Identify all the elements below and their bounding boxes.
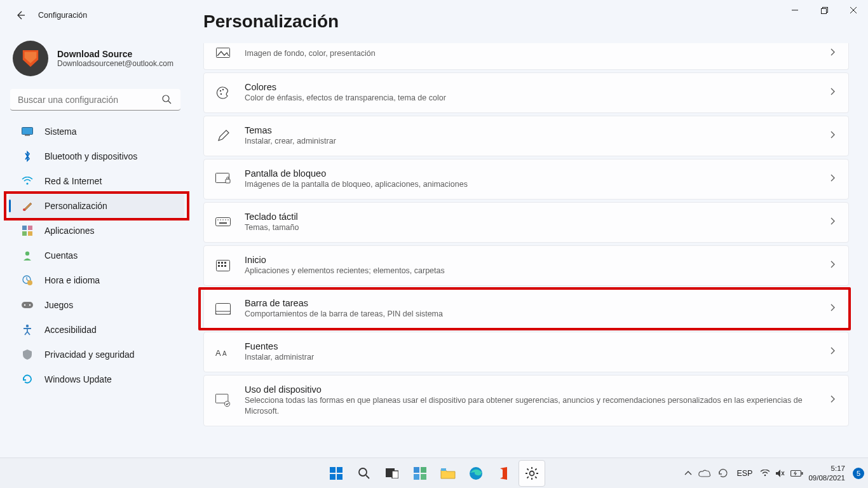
- search-icon: [161, 94, 172, 107]
- svg-rect-54: [421, 467, 426, 473]
- sidebar-item-accesibilidad[interactable]: Accesibilidad: [9, 318, 184, 342]
- svg-point-50: [359, 468, 367, 476]
- search-input[interactable]: [10, 89, 180, 111]
- explorer-button[interactable]: [435, 460, 461, 487]
- svg-rect-32: [219, 222, 227, 224]
- svg-point-15: [27, 280, 32, 285]
- start-button[interactable]: [323, 460, 349, 487]
- svg-rect-12: [28, 231, 32, 236]
- task-view-button[interactable]: [379, 460, 405, 487]
- close-icon: [850, 7, 857, 13]
- taskbar: ESP 5:17 09/08/2021 5: [0, 458, 868, 488]
- sidebar-item-update[interactable]: Windows Update: [9, 367, 184, 391]
- widgets-icon: [413, 466, 427, 480]
- sidebar-item-bluetooth[interactable]: Bluetooth y dispositivos: [9, 144, 184, 168]
- svg-point-8: [23, 208, 25, 211]
- sidebar-item-hora[interactable]: Hora e idioma: [9, 268, 184, 292]
- apps-icon: [20, 224, 34, 238]
- user-block[interactable]: Download Source Downloadsourcenet@outloo…: [8, 36, 188, 86]
- svg-point-18: [29, 304, 31, 306]
- settings-list: Imagen de fondo, color, presentación Col…: [203, 43, 849, 426]
- settings-button[interactable]: [519, 460, 545, 487]
- clock[interactable]: 5:17 09/08/2021: [808, 464, 848, 482]
- annotation-box-nav: Personalización: [8, 194, 188, 218]
- background-icon: [215, 46, 231, 61]
- svg-rect-47: [337, 467, 342, 473]
- card-colores[interactable]: Colores Color de énfasis, efectos de tra…: [203, 72, 849, 113]
- card-fuentes[interactable]: AA Fuentes Instalar, administrar: [203, 332, 849, 372]
- svg-rect-46: [330, 467, 336, 473]
- sidebar-item-label: Accesibilidad: [44, 325, 97, 335]
- person-icon: [20, 248, 34, 262]
- svg-rect-53: [414, 467, 419, 473]
- shield-icon: [20, 348, 34, 362]
- sidebar-item-juegos[interactable]: Juegos: [9, 293, 184, 317]
- svg-point-13: [25, 252, 29, 255]
- card-inicio[interactable]: Inicio Aplicaciones y elementos reciente…: [203, 245, 849, 286]
- sidebar-item-cuentas[interactable]: Cuentas: [9, 243, 184, 268]
- sidebar-item-privacidad[interactable]: Privacidad y seguridad: [9, 342, 184, 367]
- sidebar-item-label: Personalización: [44, 201, 107, 211]
- card-title: Uso del dispositivo: [245, 384, 822, 395]
- card-uso-dispositivo[interactable]: Uso del dispositivo Selecciona todas las…: [203, 375, 849, 426]
- device-usage-icon: [215, 393, 231, 408]
- settings-window: Configuración Download Source Downloadso…: [0, 0, 868, 488]
- svg-point-19: [26, 325, 29, 327]
- widgets-button[interactable]: [407, 460, 433, 487]
- chevron-right-icon: [829, 87, 836, 98]
- start-icon: [215, 258, 231, 273]
- sync-icon: [717, 468, 729, 479]
- svg-point-27: [217, 219, 219, 220]
- sidebar-item-red[interactable]: Red & Internet: [9, 169, 184, 193]
- user-email: Downloadsourcenet@outlook.com: [57, 59, 173, 68]
- tray-icons[interactable]: [684, 468, 729, 479]
- sidebar-item-personalizacion[interactable]: Personalización: [9, 194, 184, 218]
- edge-button[interactable]: [463, 460, 489, 487]
- taskbar-icon: [215, 301, 231, 316]
- card-title: Inicio: [245, 255, 822, 265]
- svg-rect-25: [226, 179, 230, 183]
- svg-rect-35: [221, 262, 223, 264]
- card-desc: Aplicaciones y elementos recientes; elem…: [245, 266, 822, 276]
- chevron-right-icon: [829, 130, 836, 142]
- taskbar-search-button[interactable]: [351, 460, 377, 487]
- back-button[interactable]: [8, 3, 33, 28]
- gamepad-icon: [20, 298, 34, 312]
- svg-point-30: [225, 219, 226, 220]
- card-barra-tareas[interactable]: Barra de tareas Comportamientos de la ba…: [203, 288, 849, 329]
- svg-rect-57: [441, 468, 446, 471]
- svg-point-31: [227, 219, 229, 220]
- input-language[interactable]: ESP: [734, 469, 755, 478]
- card-pantalla-bloqueo[interactable]: Pantalla de bloqueo Imágenes de la panta…: [203, 159, 849, 200]
- wifi-tray-icon: [760, 470, 770, 477]
- clock-date: 09/08/2021: [808, 473, 845, 482]
- svg-point-7: [26, 182, 28, 184]
- chevron-right-icon: [829, 217, 836, 228]
- card-desc: Instalar, administrar: [245, 352, 822, 363]
- svg-point-23: [220, 93, 222, 95]
- network-volume-battery[interactable]: [760, 469, 803, 478]
- svg-text:A: A: [222, 350, 227, 357]
- svg-rect-26: [216, 218, 231, 226]
- svg-rect-36: [224, 262, 226, 264]
- svg-rect-16: [22, 302, 33, 308]
- card-desc: Imágenes de la pantalla de bloqueo, apli…: [245, 179, 822, 190]
- svg-rect-52: [392, 471, 398, 478]
- sidebar-item-sistema[interactable]: Sistema: [9, 119, 184, 144]
- gear-icon: [525, 466, 539, 480]
- chevron-right-icon: [829, 395, 836, 406]
- sidebar-item-label: Windows Update: [44, 374, 112, 384]
- card-desc: Instalar, crear, administrar: [245, 136, 822, 147]
- card-teclado-tactil[interactable]: Teclado táctil Temas, tamaño: [203, 202, 849, 243]
- office-button[interactable]: [491, 460, 517, 487]
- card-temas[interactable]: Temas Instalar, crear, administrar: [203, 116, 849, 156]
- card-desc: Comportamientos de la barra de tareas, P…: [245, 309, 822, 320]
- svg-point-59: [530, 471, 534, 475]
- notification-badge[interactable]: 5: [853, 468, 864, 479]
- user-name: Download Source: [57, 49, 173, 59]
- sidebar-item-aplicaciones[interactable]: Aplicaciones: [9, 219, 184, 243]
- card-fondo[interactable]: Imagen de fondo, color, presentación: [203, 43, 849, 70]
- svg-rect-39: [224, 265, 226, 267]
- monitor-icon: [20, 125, 34, 139]
- card-desc: Temas, tamaño: [245, 222, 822, 233]
